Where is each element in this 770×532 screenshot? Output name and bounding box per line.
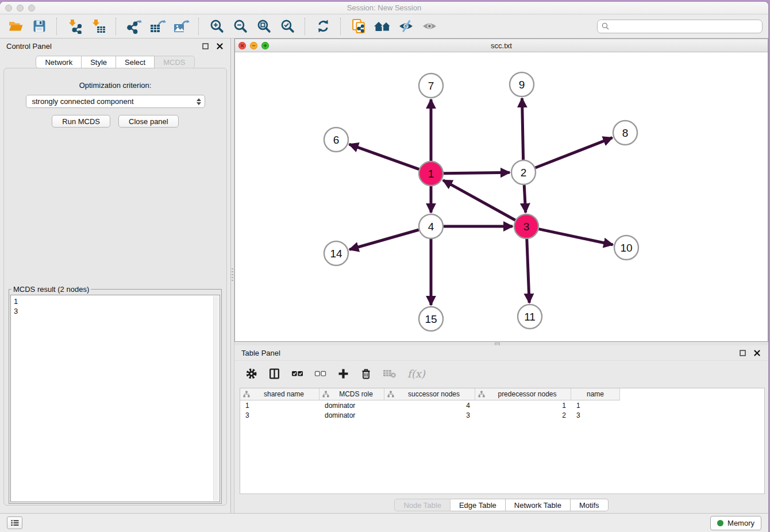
zoom-in-button[interactable] [207,17,226,36]
float-icon [740,350,746,356]
control-panel: Control Panel NetworkStyleSelectMCDS Opt… [0,38,230,513]
control-tab-select[interactable]: Select [116,56,155,68]
network-graph[interactable]: 7968124314101511 [235,52,768,341]
zoom-out-button[interactable] [230,17,250,36]
tab-label: Style [90,58,107,67]
column-tree-icon [243,391,250,398]
edge-2-9[interactable] [522,98,523,160]
float-table-panel-button[interactable] [738,349,747,357]
zoom-fit-button[interactable] [254,17,274,36]
node-15[interactable]: 15 [419,307,443,331]
close-mcds-panel-button[interactable]: Close panel [118,115,179,128]
node-3[interactable]: 3 [514,214,538,238]
save-session-button[interactable] [29,17,49,36]
edge-2-3[interactable] [524,185,526,213]
node-1[interactable]: 1 [419,161,443,186]
export-table-button[interactable] [148,17,167,36]
main-toolbar [0,14,768,38]
mcds-panel: Optimization criterion: strongly connect… [3,68,227,506]
delete-table-button[interactable] [383,368,396,379]
memory-button[interactable]: Memory [710,516,761,530]
close-panel-button[interactable] [215,42,224,51]
control-tab-network[interactable]: Network [36,56,82,68]
zoom-in-icon [210,19,224,33]
clone-network-icon [351,18,367,34]
toolbar-separator [116,18,117,35]
zoom-window-button[interactable] [28,5,35,11]
edge-1-6[interactable] [349,144,419,169]
node-14[interactable]: 14 [324,241,348,265]
column-tree-icon [387,391,394,398]
import-table-button[interactable] [88,17,108,36]
show-columns-button[interactable] [268,368,280,380]
minimize-network-button[interactable] [250,42,257,49]
close-network-button[interactable] [238,42,246,49]
column-header-predecessor-nodes[interactable]: predecessor nodes [475,388,571,400]
control-tab-style[interactable]: Style [82,56,116,68]
column-header-MCDS-role[interactable]: MCDS role [319,388,384,400]
open-session-button[interactable] [6,17,25,36]
network-view-window: scc.txt 7968124314101511 [234,38,768,342]
edge-2-8[interactable] [536,138,613,168]
edge-3-11[interactable] [527,239,529,303]
vertical-splitter[interactable] [230,38,234,513]
edge-3-10[interactable] [539,229,613,245]
deselect-all-columns-button[interactable] [314,368,326,379]
close-table-panel-button[interactable] [753,349,761,357]
export-network-button[interactable] [124,17,144,36]
node-4[interactable]: 4 [419,214,443,238]
show-hidden-button[interactable] [419,17,439,36]
select-all-columns-button[interactable] [291,368,303,379]
task-history-button[interactable] [7,516,22,529]
zoom-selected-button[interactable] [278,17,297,36]
minimize-window-button[interactable] [17,5,24,11]
node-2[interactable]: 2 [511,160,536,184]
splitter-grip[interactable] [232,268,233,281]
search-input[interactable] [612,21,758,31]
clone-network-button[interactable] [349,17,368,36]
node-9[interactable]: 9 [510,72,534,97]
table-tab-motifs[interactable]: Motifs [571,499,609,511]
close-window-button[interactable] [5,5,12,11]
node-10[interactable]: 10 [614,236,638,260]
table-settings-button[interactable] [245,368,257,380]
result-scrollbar[interactable] [213,296,219,501]
control-tab-mcds[interactable]: MCDS [155,56,194,68]
add-column-button[interactable] [337,368,349,380]
table-row[interactable]: 1dominator411 [240,401,764,410]
table-tab-node-table[interactable]: Node Table [394,499,451,511]
table-tab-edge-table[interactable]: Edge Table [451,499,506,511]
toolbar-separator [305,18,306,35]
network-canvas[interactable]: 7968124314101511 [235,52,768,341]
node-8[interactable]: 8 [613,121,637,145]
refresh-button[interactable] [313,17,333,36]
table-tabs: Node TableEdge TableNetwork TableMotifs [394,499,608,511]
edge-1-2[interactable] [444,172,510,173]
tab-label: Edge Table [459,501,496,510]
export-image-button[interactable] [171,17,191,36]
delete-column-button[interactable] [360,368,372,380]
node-11[interactable]: 11 [518,304,542,329]
edge-3-1[interactable] [443,180,515,221]
run-mcds-button[interactable]: Run MCDS [52,115,110,128]
table-row[interactable]: 3dominator323 [240,411,764,420]
table-tab-network-table[interactable]: Network Table [506,499,571,511]
criterion-select[interactable]: strongly connected component [26,95,205,108]
node-label: 15 [425,313,437,325]
function-builder-button[interactable]: f(x) [407,368,425,380]
import-network-button[interactable] [65,17,84,36]
column-header-name[interactable]: name [571,388,620,400]
float-panel-button[interactable] [201,42,210,51]
zoom-network-button[interactable] [261,42,269,49]
hide-selected-button[interactable] [396,17,415,36]
houses-icon [373,20,392,33]
close-icon [217,43,223,49]
save-icon [33,20,46,33]
node-6[interactable]: 6 [324,128,348,152]
node-7[interactable]: 7 [419,74,443,98]
column-header-successor-nodes[interactable]: successor nodes [384,388,475,400]
edge-4-14[interactable] [349,230,419,249]
node-table: shared name MCDS role successor nodes pr… [240,388,765,494]
first-neighbors-button[interactable] [372,17,392,36]
column-header-shared-name[interactable]: shared name [240,388,319,400]
